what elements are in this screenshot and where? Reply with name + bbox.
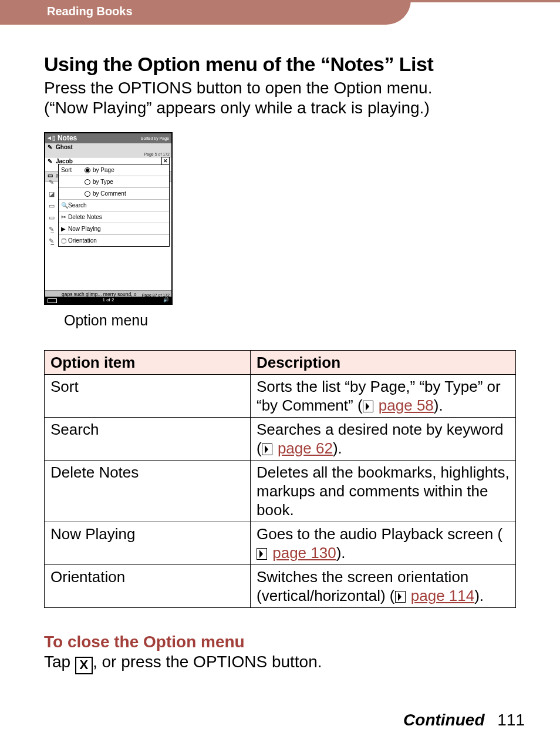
- screenshot-caption: Option menu: [64, 312, 516, 329]
- page-content: Using the Option menu of the “Notes” Lis…: [44, 53, 516, 674]
- sort-opt-3: by Comment: [93, 191, 126, 197]
- search-option[interactable]: 🔍 Search: [59, 200, 169, 211]
- note-1-text: Ghost: [56, 145, 73, 150]
- square-icon: ◪: [47, 191, 56, 203]
- book-icon: ▭: [47, 203, 56, 214]
- desc-orientation: Switches the screen orientation (vertica…: [251, 565, 516, 608]
- page-link[interactable]: page 58: [379, 396, 434, 414]
- marker-icon: ✎: [46, 159, 53, 164]
- page-number: 111: [497, 711, 525, 729]
- continued-label: Continued: [403, 711, 484, 729]
- shot-title: Notes: [58, 135, 77, 142]
- left-icon-column: ✎ ◪ ▭ ▭ ✎̲ ✎̲: [47, 179, 56, 250]
- item-now-playing: Now Playing: [45, 522, 251, 565]
- sort-by-comment-option[interactable]: by Comment: [59, 188, 169, 200]
- close-heading: To close the Option menu: [44, 633, 516, 651]
- page-ref-icon: [363, 401, 373, 412]
- table-row: Search Searches a desired note by keywor…: [45, 418, 516, 461]
- close-icon[interactable]: ✕: [161, 157, 170, 165]
- desc-text: ).: [434, 396, 443, 414]
- close-text-a: Tap: [44, 653, 75, 671]
- option-menu-popup: ✕ Sort by Page by Type by Comment 🔍 Sear…: [58, 164, 170, 247]
- sort-label: Sort: [61, 167, 85, 173]
- section-title: Reading Books: [47, 5, 133, 18]
- note-row-last: gaps such glimp... merry sound, o Page 8…: [45, 290, 171, 297]
- radio-icon: [85, 179, 90, 185]
- search-icon: 🔍: [61, 203, 68, 209]
- marker-icon: ✎: [47, 179, 56, 191]
- delete-notes-option[interactable]: ✂ Delete Notes: [59, 211, 169, 223]
- note-last-text: gaps such glimp... merry sound, o: [62, 291, 137, 297]
- page-ref-icon: [262, 443, 272, 455]
- book-icon: ▭: [46, 173, 53, 179]
- desc-text: ).: [336, 544, 346, 562]
- desc-text: ).: [333, 439, 342, 457]
- radio-icon: [85, 191, 90, 197]
- table-header-row: Option item Description: [45, 351, 516, 375]
- shot-footer: 1 of 2 🔊: [45, 297, 171, 304]
- close-instruction: Tap X, or press the OPTIONS button.: [44, 653, 516, 674]
- orientation-label: Orientation: [68, 238, 97, 244]
- shot-titlebar: ◄▯ Notes Sorted by Page: [45, 133, 171, 143]
- speaker-icon: 🔊: [163, 298, 169, 303]
- sort-by-page-option[interactable]: Sort by Page: [59, 164, 169, 176]
- intro-line-1: Press the OPTIONS button to open the Opt…: [44, 79, 432, 97]
- page-header: Reading Books: [0, 0, 560, 25]
- page-footer: Continued 111: [403, 711, 525, 730]
- desc-delete: Deletes all the bookmarks, highlights, m…: [251, 461, 516, 522]
- page-link[interactable]: page 130: [272, 544, 336, 562]
- col-header-desc: Description: [251, 351, 516, 375]
- table-row: Sort Sorts the list “by Page,” “by Type”…: [45, 375, 516, 418]
- item-search: Search: [45, 418, 251, 461]
- delete-label: Delete Notes: [68, 214, 102, 220]
- desc-sort: Sorts the list “by Page,” “by Type” or “…: [251, 375, 516, 418]
- orientation-icon: ▢: [61, 238, 68, 244]
- intro-line-2: (“Now Playing” appears only while a trac…: [44, 99, 430, 117]
- item-delete: Delete Notes: [45, 461, 251, 522]
- scribble-icon: ✎̲: [47, 238, 56, 250]
- desc-now-playing: Goes to the audio Playback screen ( page…: [251, 522, 516, 565]
- options-table: Option item Description Sort Sorts the l…: [44, 350, 516, 608]
- note-row-1: ✎ Ghost Page 5 of 172: [45, 143, 171, 157]
- battery-icon: [48, 298, 57, 303]
- sort-opt-2: by Type: [93, 179, 113, 185]
- play-icon: ▶: [61, 226, 68, 232]
- intro-text: Press the OPTIONS button to open the Opt…: [44, 78, 516, 118]
- page-title: Using the Option menu of the “Notes” Lis…: [44, 53, 516, 76]
- sort-by-type-option[interactable]: by Type: [59, 176, 169, 188]
- desc-search: Searches a desired note by keyword ( pag…: [251, 418, 516, 461]
- page-ref-icon: [257, 548, 267, 560]
- table-row: Orientation Switches the screen orientat…: [45, 565, 516, 608]
- page-link[interactable]: page 114: [411, 587, 474, 604]
- sort-opt-1: by Page: [93, 167, 114, 173]
- now-playing-option[interactable]: ▶ Now Playing: [59, 223, 169, 235]
- col-header-item: Option item: [45, 351, 251, 375]
- item-sort: Sort: [45, 375, 251, 418]
- shot-page-indicator: 1 of 2: [102, 298, 114, 303]
- now-playing-label: Now Playing: [68, 226, 101, 232]
- page-link[interactable]: page 62: [278, 439, 333, 457]
- item-orientation: Orientation: [45, 565, 251, 608]
- book-icon: ▭: [47, 214, 56, 226]
- radio-selected-icon: [85, 167, 90, 173]
- table-row: Now Playing Goes to the audio Playback s…: [45, 522, 516, 565]
- desc-text: ).: [474, 587, 484, 604]
- search-label: Search: [68, 203, 87, 209]
- table-row: Delete Notes Deletes all the bookmarks, …: [45, 461, 516, 522]
- scribble-icon: ✎̲: [47, 226, 56, 238]
- shot-sorted-by: Sorted by Page: [141, 136, 169, 140]
- marker-icon: ✎: [46, 145, 53, 150]
- device-screenshot: ◄▯ Notes Sorted by Page ✎ Ghost Page 5 o…: [44, 132, 173, 305]
- close-text-b: , or press the OPTIONS button.: [93, 653, 322, 671]
- note-1-meta: Page 5 of 172: [144, 152, 170, 156]
- back-arrow-icon: ◄▯: [46, 135, 56, 141]
- page-ref-icon: [395, 591, 406, 603]
- orientation-option[interactable]: ▢ Orientation: [59, 235, 169, 246]
- close-x-icon: X: [75, 657, 93, 674]
- desc-text: Goes to the audio Playback screen (: [257, 525, 502, 543]
- delete-icon: ✂: [61, 214, 68, 220]
